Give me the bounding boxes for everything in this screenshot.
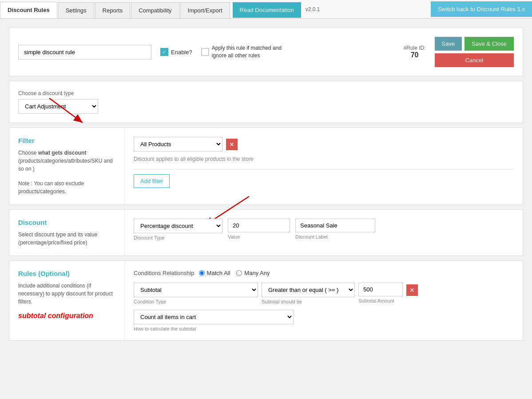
many-any-label: Many Any <box>244 270 270 276</box>
apply-rule-group: Apply this rule if matched and ignore al… <box>201 44 292 60</box>
condition-type-label: Condition Type <box>134 299 258 304</box>
subtotal-config-section: Count all items in cart Count unique ite… <box>134 310 514 331</box>
choose-discount-type-label: Choose a discount type <box>18 90 514 96</box>
tab-reports[interactable]: Reports <box>95 2 131 18</box>
rules-panel-left: Rules (Optional) Include additional cond… <box>9 261 125 340</box>
rule-name-row: Enable? Apply this rule if matched and i… <box>9 28 523 76</box>
discount-label-input[interactable] <box>295 219 375 232</box>
remove-condition-col: ✕ <box>406 283 418 296</box>
action-buttons: Save Save & Close Cancel <box>435 37 514 67</box>
discount-panel-right: Percentage discount Price discount Fixed… <box>125 210 523 255</box>
condition-type-select[interactable]: Subtotal Total quantity Cart total <box>134 283 258 297</box>
version-label: v2.0.1 <box>301 6 325 12</box>
enable-label: Enable? <box>171 49 192 56</box>
tab-discount-rules[interactable]: Discount Rules <box>0 2 57 18</box>
save-button[interactable]: Save <box>435 37 462 51</box>
discount-label-label: Discount Label <box>295 234 375 239</box>
discount-value-label: Value <box>228 234 290 239</box>
apply-rule-text: Apply this rule if matched and ignore al… <box>212 44 292 60</box>
rules-description: Include additional conditions (if necess… <box>18 282 115 306</box>
conditions-header: Conditions Relationship Match All Many A… <box>134 270 514 276</box>
rule-id-value: 70 <box>411 51 419 59</box>
subtotal-how-label: How to calculate the subtotal <box>134 326 514 331</box>
enable-checkbox[interactable] <box>160 48 168 56</box>
subtotal-should-be-label: Subtotal should be <box>262 299 355 304</box>
match-all-radio[interactable] <box>199 270 205 276</box>
conditions-radio-group: Match All Many Any <box>199 270 270 276</box>
discount-value-input[interactable] <box>228 219 290 232</box>
many-any-radio[interactable] <box>236 270 242 276</box>
discount-description: Select discount type and its value (perc… <box>18 231 115 247</box>
filter-description: Choose what gets discount (products/cate… <box>18 149 115 173</box>
cancel-button[interactable]: Cancel <box>435 53 514 67</box>
rule-name-input[interactable] <box>18 45 151 60</box>
rules-section-title: Rules (Optional) <box>18 270 115 277</box>
condition-row-container: Subtotal Total quantity Cart total Condi… <box>134 283 514 304</box>
many-any-option[interactable]: Many Any <box>236 270 270 276</box>
discount-panel: Discount Select discount type and its va… <box>9 209 523 256</box>
main-content: Enable? Apply this rule if matched and i… <box>0 19 532 354</box>
match-all-label: Match All <box>207 270 230 276</box>
rule-id-section: #Rule ID: 70 <box>404 45 426 59</box>
filter-info-text: Discount applies to all eligible product… <box>134 156 514 162</box>
filter-section-title: Filter <box>18 137 115 144</box>
rule-id-label: #Rule ID: <box>404 45 426 51</box>
filter-note: Note : You can also exclude products/cat… <box>18 180 115 196</box>
condition-type-col: Subtotal Total quantity Cart total Condi… <box>134 283 258 304</box>
match-all-option[interactable]: Match All <box>199 270 230 276</box>
discount-panel-left: Discount Select discount type and its va… <box>9 210 125 255</box>
tab-settings[interactable]: Settings <box>58 2 94 18</box>
subtotal-annotation: subtotal configuration <box>18 312 115 320</box>
enable-group: Enable? <box>160 48 192 56</box>
discount-type-group: Percentage discount Price discount Fixed… <box>134 219 222 240</box>
filter-type-select[interactable]: All Products Specific Products Categorie… <box>134 137 222 152</box>
tab-compatibility[interactable]: Compatibility <box>131 2 179 18</box>
discount-type-section: Choose a discount type Cart Adjustment P… <box>9 81 523 123</box>
remove-filter-button[interactable]: ✕ <box>226 139 238 150</box>
remove-condition-button[interactable]: ✕ <box>406 284 418 296</box>
discount-section-title: Discount <box>18 219 115 226</box>
filter-panel-right: All Products Specific Products Categorie… <box>125 128 523 204</box>
subtotal-amount-input[interactable] <box>358 283 403 296</box>
read-documentation-button[interactable]: Read Documentation <box>233 2 301 18</box>
operator-col: Greater than or equal ( >= ) Less than o… <box>262 283 355 304</box>
conditions-relationship-label: Conditions Relationship <box>134 270 195 276</box>
operator-select[interactable]: Greater than or equal ( >= ) Less than o… <box>262 283 355 297</box>
switch-back-button[interactable]: Switch back to Discount Rules 1.x <box>431 1 532 17</box>
discount-value-group: Value <box>228 219 290 239</box>
filter-panel: Filter Choose what gets discount (produc… <box>9 128 523 205</box>
discount-label-group: Discount Label <box>295 219 375 239</box>
rules-panel: Rules (Optional) Include additional cond… <box>9 260 523 341</box>
rules-panel-right: Conditions Relationship Match All Many A… <box>125 261 523 340</box>
add-filter-button[interactable]: Add filter <box>134 174 170 188</box>
discount-type-dropdown[interactable]: Percentage discount Price discount Fixed… <box>134 219 222 233</box>
filter-panel-left: Filter Choose what gets discount (produc… <box>9 128 125 204</box>
top-navigation: Discount Rules Settings Reports Compatib… <box>0 0 532 19</box>
discount-fields: Percentage discount Price discount Fixed… <box>134 219 514 240</box>
tab-import-export[interactable]: Import/Export <box>180 2 230 18</box>
discount-type-select[interactable]: Cart Adjustment Product Discount Buy X G… <box>18 99 98 114</box>
apply-rule-checkbox[interactable] <box>201 48 209 56</box>
discount-type-label: Discount Type <box>134 235 222 240</box>
subtotal-config-select[interactable]: Count all items in cart Count unique ite… <box>134 310 294 324</box>
amount-col: Subtotal Amount <box>358 283 403 303</box>
save-close-button[interactable]: Save & Close <box>465 37 514 51</box>
subtotal-amount-label: Subtotal Amount <box>358 298 403 303</box>
filter-row: All Products Specific Products Categorie… <box>134 137 514 152</box>
filter-divider <box>134 169 514 170</box>
